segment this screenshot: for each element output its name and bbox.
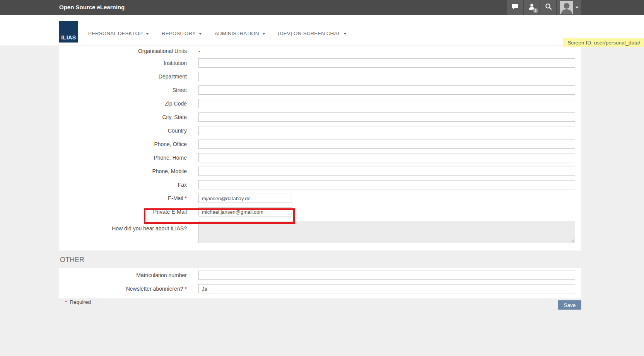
- fax-label: Fax: [59, 182, 198, 188]
- chevron-down-icon: [262, 33, 265, 35]
- other-form-panel: Matriculation number Newsletter abonnier…: [59, 268, 581, 298]
- phone-office-input[interactable]: [198, 140, 575, 149]
- required-asterisk: *: [185, 286, 187, 292]
- institution-input[interactable]: [198, 58, 575, 68]
- organisational-units-label: Organisational Units: [59, 48, 198, 54]
- personal-data-form-panel: Organisational Units - Institution Depar…: [59, 46, 581, 250]
- city-state-input[interactable]: [198, 112, 575, 122]
- notification-badge: 2: [533, 8, 538, 13]
- hear-about-textarea-wrap: [198, 221, 575, 243]
- zip-code-input[interactable]: [198, 99, 575, 108]
- form-row-hear-about: How did you hear about ILIAS?: [59, 221, 581, 243]
- fax-input[interactable]: [198, 180, 575, 189]
- awareness-button[interactable]: 2: [524, 0, 540, 15]
- form-row-newsletter: Newsletter abonnieren?*: [59, 284, 581, 293]
- search-icon: [545, 3, 552, 12]
- form-row-phone-office: Phone, Office: [59, 140, 581, 149]
- form-row-organisational-units: Organisational Units -: [59, 48, 581, 54]
- phone-mobile-label: Phone, Mobile: [59, 168, 198, 174]
- chevron-down-icon: [343, 33, 347, 35]
- main-navbar: ILIAS PERSONAL DESKTOP REPOSITORY ADMINI…: [0, 15, 644, 46]
- private-email-label: Private E-Mail: [59, 209, 198, 215]
- phone-mobile-input[interactable]: [198, 167, 575, 176]
- form-row-phone-home: Phone, Home: [59, 153, 581, 162]
- phone-home-input[interactable]: [198, 153, 575, 162]
- ilias-logo[interactable]: ILIAS: [59, 21, 78, 43]
- phone-home-label: Phone, Home: [59, 155, 198, 161]
- form-row-phone-mobile: Phone, Mobile: [59, 167, 581, 176]
- required-asterisk: *: [65, 299, 67, 305]
- topbar: Open Source eLearning 2: [0, 0, 644, 15]
- email-input[interactable]: [198, 194, 292, 203]
- hear-about-label: How did you hear about ILIAS?: [59, 221, 198, 232]
- nav-personal-desktop[interactable]: PERSONAL DESKTOP: [88, 31, 149, 36]
- required-note: *Required: [65, 299, 91, 305]
- topbar-actions: 2: [507, 0, 581, 15]
- matriculation-input[interactable]: [198, 271, 575, 280]
- department-input[interactable]: [198, 72, 575, 81]
- chat-button[interactable]: [507, 0, 523, 15]
- form-row-institution: Institution: [59, 58, 581, 68]
- form-row-street: Street: [59, 85, 581, 95]
- street-input[interactable]: [198, 85, 575, 95]
- form-row-department: Department: [59, 72, 581, 81]
- chevron-down-icon: [576, 7, 579, 9]
- nav-menu: PERSONAL DESKTOP REPOSITORY ADMINISTRATI…: [88, 31, 359, 36]
- other-section-header: OTHER: [60, 256, 84, 264]
- form-row-country: Country: [59, 126, 581, 135]
- form-row-fax: Fax: [59, 180, 581, 189]
- matriculation-label: Matriculation number: [59, 272, 198, 278]
- save-button[interactable]: Save: [558, 300, 581, 310]
- phone-office-label: Phone, Office: [59, 141, 198, 147]
- user-menu-button[interactable]: [557, 0, 581, 15]
- avatar: [560, 1, 573, 14]
- form-row-city-state: City, State: [59, 112, 581, 122]
- chat-icon: [511, 3, 519, 12]
- nav-repository[interactable]: REPOSITORY: [162, 31, 202, 36]
- screen-id-badge: Screen-ID: user/personal_data/: [563, 38, 644, 47]
- chevron-down-icon: [146, 33, 149, 35]
- country-input[interactable]: [198, 126, 575, 135]
- nav-administration[interactable]: ADMINISTRATION: [215, 31, 265, 36]
- organisational-units-value: -: [198, 48, 200, 54]
- form-row-matriculation: Matriculation number: [59, 271, 581, 280]
- country-label: Country: [59, 128, 198, 134]
- form-row-private-email: Private E-Mail: [59, 207, 581, 216]
- newsletter-input[interactable]: [198, 284, 575, 293]
- search-button[interactable]: [540, 0, 556, 15]
- chevron-down-icon: [199, 33, 202, 35]
- department-label: Department: [59, 73, 198, 80]
- email-label: E-Mail*: [59, 195, 198, 201]
- form-row-email: E-Mail*: [59, 194, 581, 203]
- zip-code-label: Zip Code: [59, 100, 198, 107]
- hear-about-textarea: [198, 221, 575, 243]
- street-label: Street: [59, 87, 198, 93]
- institution-label: Institution: [59, 60, 198, 66]
- form-row-zip-code: Zip Code: [59, 99, 581, 108]
- newsletter-label: Newsletter abonnieren?*: [59, 286, 198, 292]
- private-email-input[interactable]: [198, 207, 292, 216]
- app-title: Open Source eLearning: [59, 0, 125, 15]
- nav-onscreen-chat[interactable]: (DEV) ON-SCREEN CHAT: [278, 31, 347, 36]
- city-state-label: City, State: [59, 114, 198, 120]
- required-asterisk: *: [185, 195, 187, 201]
